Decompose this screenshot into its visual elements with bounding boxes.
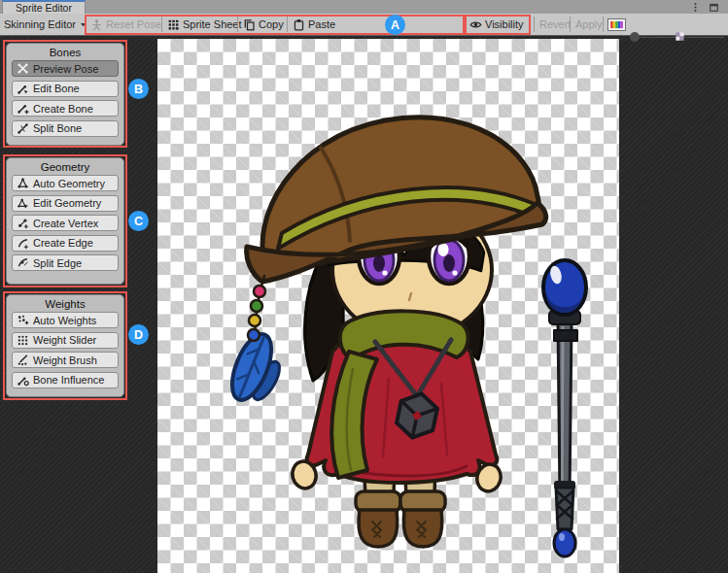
- preview-pose-label: Preview Pose: [33, 63, 98, 75]
- toolbar-separator: [287, 17, 288, 32]
- bone-create-icon: [17, 102, 29, 115]
- weight-brush-label: Weight Brush: [33, 354, 97, 366]
- weight-slider-button[interactable]: Weight Slider: [12, 332, 119, 349]
- copy-button[interactable]: Copy: [243, 14, 284, 35]
- window-menu-button[interactable]: [688, 1, 702, 13]
- weight-slider-label: Weight Slider: [33, 334, 96, 346]
- skinning-toolbar: Skinning Editor Reset Pose Sprite Sheet …: [0, 14, 728, 36]
- geometry-auto-icon: [17, 177, 29, 189]
- bone-edit-icon: [17, 83, 29, 95]
- copy-label: Copy: [259, 18, 284, 30]
- skinning-editor-window: { "window": { "tab_label": "Sprite Edito…: [0, 0, 728, 573]
- vertex-create-icon: [17, 217, 29, 229]
- color-bar-icon: [609, 20, 624, 29]
- window-layout-button[interactable]: [707, 1, 720, 13]
- chevron-down-icon: [79, 20, 87, 29]
- edit-bone-label: Edit Bone: [33, 83, 80, 94]
- apply-label: Apply: [575, 18, 603, 30]
- toolbar-separator: [161, 17, 162, 32]
- split-edge-button[interactable]: Split Edge: [12, 254, 119, 271]
- panel-weights-title: Weights: [7, 295, 123, 312]
- toolbar-separator: [534, 17, 535, 32]
- sprite-sheet-button[interactable]: Sprite Sheet: [167, 14, 242, 35]
- reset-pose-label: Reset Pose: [106, 18, 161, 30]
- paste-button[interactable]: Paste: [293, 14, 335, 35]
- paste-icon: [293, 18, 305, 31]
- weight-brush-icon: [17, 354, 29, 366]
- edge-create-icon: [17, 237, 29, 250]
- visibility-button[interactable]: Visibility: [469, 14, 524, 35]
- bone-influence-icon: [17, 374, 29, 387]
- character-sprite: [157, 39, 619, 573]
- edit-geometry-label: Edit Geometry: [33, 197, 101, 209]
- create-bone-label: Create Bone: [33, 103, 93, 115]
- bone-color-button[interactable]: [607, 18, 626, 31]
- auto-weights-button[interactable]: Auto Weights: [12, 312, 119, 328]
- tab-sprite-editor[interactable]: Sprite Editor: [2, 0, 86, 14]
- auto-weights-label: Auto Weights: [33, 315, 96, 326]
- geometry-edit-icon: [17, 197, 29, 210]
- auto-geometry-label: Auto Geometry: [33, 178, 105, 189]
- panel-geometry-title: Geometry: [7, 158, 123, 175]
- split-bone-label: Split Bone: [33, 122, 82, 134]
- tab-label: Sprite Editor: [16, 2, 72, 14]
- editor-mode-dropdown[interactable]: Skinning Editor: [4, 14, 87, 35]
- create-edge-button[interactable]: Create Edge: [12, 235, 119, 252]
- mode-dropdown-label: Skinning Editor: [4, 18, 76, 30]
- toolbar-separator: [570, 17, 571, 32]
- opacity-slider-knob[interactable]: [630, 32, 640, 42]
- split-edge-label: Split Edge: [33, 257, 82, 269]
- sprite-canvas[interactable]: [157, 39, 619, 573]
- opacity-slider-thumb[interactable]: [675, 31, 685, 42]
- reset-pose-button[interactable]: Reset Pose: [90, 14, 161, 35]
- paste-label: Paste: [308, 18, 335, 30]
- panel-geometry: Geometry Auto Geometry Edit Geometry Cre…: [6, 157, 124, 285]
- panel-weights: Weights Auto Weights Weight Slider Weigh…: [6, 294, 124, 397]
- sprite-sheet-label: Sprite Sheet: [183, 18, 242, 30]
- create-edge-label: Create Edge: [33, 237, 93, 249]
- eye-icon: [469, 18, 482, 31]
- apply-button[interactable]: Apply: [575, 14, 603, 35]
- annotation-badge-b: B: [128, 79, 149, 99]
- annotation-badge-d: D: [128, 324, 149, 345]
- kebab-menu-icon: [690, 2, 701, 13]
- sprite-grid-icon: [167, 18, 180, 31]
- annotation-badge-a: A: [385, 15, 405, 35]
- panel-bones: Bones Preview Pose Edit Bone Create Bone…: [6, 43, 124, 146]
- auto-geometry-button[interactable]: Auto Geometry: [12, 175, 119, 191]
- window-title-bar: Sprite Editor: [0, 0, 728, 14]
- edit-geometry-button[interactable]: Edit Geometry: [12, 195, 119, 212]
- panel-bones-title: Bones: [7, 44, 123, 60]
- revert-label: Revert: [539, 18, 571, 30]
- create-vertex-label: Create Vertex: [33, 218, 98, 229]
- preview-pose-button[interactable]: Preview Pose: [12, 60, 119, 77]
- split-bone-button[interactable]: Split Bone: [12, 120, 119, 137]
- create-bone-button[interactable]: Create Bone: [12, 100, 119, 117]
- bone-influence-label: Bone Influence: [33, 374, 104, 386]
- crossed-bones-icon: [17, 62, 29, 75]
- bone-split-icon: [17, 122, 29, 135]
- window-icon: [709, 2, 719, 13]
- weights-auto-icon: [17, 314, 29, 326]
- visibility-label: Visibility: [485, 18, 524, 30]
- revert-button[interactable]: Revert: [539, 14, 571, 35]
- create-vertex-button[interactable]: Create Vertex: [12, 215, 119, 231]
- bone-influence-button[interactable]: Bone Influence: [12, 372, 119, 388]
- chibi-character: [225, 118, 546, 547]
- toolbar-separator: [603, 17, 604, 32]
- toolbar-separator: [237, 17, 238, 32]
- weight-brush-button[interactable]: Weight Brush: [12, 352, 119, 368]
- weight-slider-icon: [17, 334, 29, 347]
- annotation-badge-c: C: [128, 211, 149, 231]
- copy-icon: [243, 18, 256, 31]
- staff-sprite: [543, 260, 586, 556]
- pose-figure-icon: [90, 18, 103, 31]
- edge-split-icon: [17, 256, 29, 269]
- edit-bone-button[interactable]: Edit Bone: [12, 81, 119, 97]
